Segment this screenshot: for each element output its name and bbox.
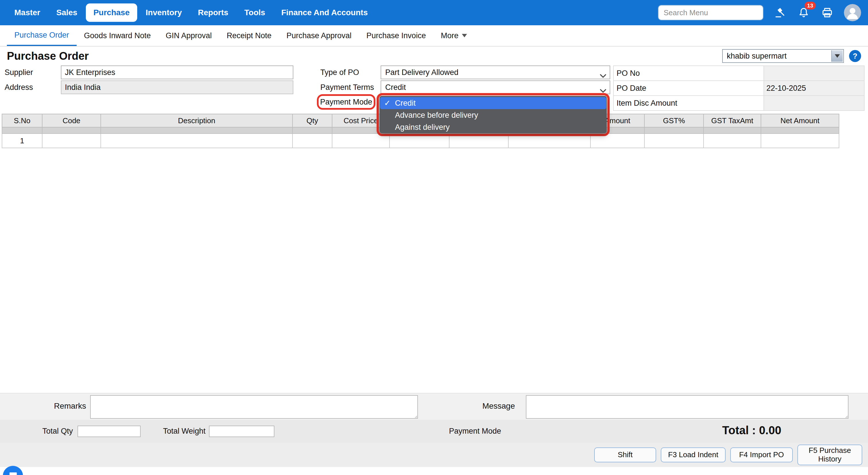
dropdown-option-advance-before-delivery[interactable]: Advance before delivery	[380, 109, 606, 121]
tab-more[interactable]: More	[433, 25, 475, 46]
col-header-code: Code	[42, 114, 101, 127]
col-header-qty: Qty	[292, 114, 332, 127]
supplier-label: Supplier	[5, 65, 33, 79]
payment-terms-label: Payment Terms	[320, 81, 374, 94]
totals-section: Total Qty Total Weight Payment Mode Tota…	[0, 420, 868, 443]
type-of-po-select[interactable]: Part Delivery Allowed	[381, 65, 610, 79]
navbar-right-group: 13	[658, 4, 861, 21]
f5-purchase-history-button[interactable]: F5 Purchase History	[797, 445, 862, 465]
address-input[interactable]	[61, 81, 293, 94]
nav-item-purchase[interactable]: Purchase	[86, 3, 137, 22]
payment-mode-label-annotated: Payment Mode	[317, 94, 375, 110]
payment-terms-select[interactable]: Credit	[381, 81, 610, 94]
total-weight-label: Total Weight	[155, 427, 206, 436]
notification-count-badge: 13	[805, 2, 816, 9]
total-qty-label: Total Qty	[34, 427, 73, 436]
message-textarea[interactable]	[526, 395, 848, 419]
f4-import-po-button[interactable]: F4 Import PO	[730, 447, 793, 463]
chevron-down-icon	[600, 71, 606, 80]
cell-gst-taxamt[interactable]	[704, 133, 761, 148]
address-label: Address	[5, 81, 33, 94]
type-of-po-value: Part Delivery Allowed	[385, 68, 458, 77]
help-button[interactable]: ?	[849, 50, 861, 62]
payment-mode-label: Payment Mode	[320, 98, 372, 107]
action-buttons-bar: Shift F3 Load Indent F4 Import PO F5 Pur…	[0, 443, 868, 467]
nav-item-master[interactable]: Master	[7, 3, 48, 22]
page-title: Purchase Order	[7, 50, 89, 62]
gavel-icon[interactable]	[773, 6, 787, 20]
message-label: Message	[459, 402, 515, 411]
cell-qty[interactable]	[292, 133, 332, 148]
nav-item-tools[interactable]: Tools	[237, 3, 273, 22]
f3-load-indent-button[interactable]: F3 Load Indent	[661, 447, 725, 463]
top-navbar: Master Sales Purchase Inventory Reports …	[0, 0, 868, 25]
print-icon[interactable]	[820, 6, 834, 20]
dropdown-option-label: Credit	[395, 99, 415, 108]
total-qty-input[interactable]	[78, 425, 141, 437]
user-avatar[interactable]	[844, 4, 861, 21]
cell-gst-pct[interactable]	[644, 133, 704, 148]
cell-net-amount[interactable]	[761, 133, 839, 148]
company-select-value: khabib supermart	[727, 52, 787, 61]
total-weight-input[interactable]	[209, 425, 274, 437]
col-header-gst-taxamt: GST TaxAmt	[704, 114, 761, 127]
notifications-bell-icon[interactable]: 13	[797, 6, 811, 20]
col-header-description: Description	[101, 114, 292, 127]
tab-purchase-order[interactable]: Purchase Order	[7, 25, 76, 46]
remarks-section: Remarks Message	[0, 393, 868, 420]
po-date-label: PO Date	[613, 81, 764, 96]
remarks-label: Remarks	[43, 402, 86, 411]
po-no-label: PO No	[613, 65, 764, 81]
po-date-row: PO Date 22-10-2025	[613, 81, 865, 96]
tab-gin-approval[interactable]: GIN Approval	[158, 25, 219, 46]
po-no-row: PO No	[613, 65, 865, 81]
tab-more-label: More	[441, 31, 459, 40]
tab-goods-inward-note[interactable]: Goods Inward Note	[76, 25, 158, 46]
check-icon: ✓	[384, 98, 392, 108]
type-of-po-label: Type of PO	[320, 65, 359, 79]
nav-item-inventory[interactable]: Inventory	[138, 3, 189, 22]
cell-sno[interactable]: 1	[2, 133, 42, 148]
dropdown-option-against-delivery[interactable]: Against delivery	[380, 121, 606, 133]
footer-payment-mode-label: Payment Mode	[442, 427, 508, 436]
chat-widget-button[interactable]	[3, 466, 23, 475]
nav-item-reports[interactable]: Reports	[191, 3, 236, 22]
item-disc-amount-label: Item Disc Amount	[613, 95, 764, 111]
nav-item-finance-and-accounts[interactable]: Finance And Accounts	[274, 3, 375, 22]
tab-receipt-note[interactable]: Receipt Note	[219, 25, 279, 46]
chat-bubble-icon	[8, 471, 18, 475]
item-disc-amount-value	[764, 95, 865, 111]
col-header-sno: S.No	[2, 114, 42, 127]
dropdown-option-credit[interactable]: ✓ Credit	[380, 97, 606, 109]
nav-item-sales[interactable]: Sales	[49, 3, 85, 22]
payment-mode-dropdown: ✓ Credit Advance before delivery Against…	[379, 96, 607, 133]
tab-purchase-invoice[interactable]: Purchase Invoice	[359, 25, 433, 46]
cell-description[interactable]	[101, 133, 292, 148]
po-no-value	[764, 65, 865, 81]
shift-button[interactable]: Shift	[594, 447, 656, 463]
item-disc-amount-row: Item Disc Amount	[613, 95, 865, 111]
tab-purchase-approval[interactable]: Purchase Approval	[279, 25, 359, 46]
search-input[interactable]	[658, 5, 764, 20]
payment-terms-value: Credit	[385, 83, 406, 92]
remarks-textarea[interactable]	[90, 395, 418, 419]
po-date-value: 22-10-2025	[764, 81, 865, 96]
company-select[interactable]: khabib supermart	[722, 49, 844, 63]
supplier-input[interactable]	[61, 65, 293, 79]
col-header-net-amount: Net Amount	[761, 114, 839, 127]
module-tabbar: Purchase Order Goods Inward Note GIN App…	[0, 25, 868, 47]
col-header-gst-pct: GST%	[644, 114, 704, 127]
grand-total-text: Total : 0.00	[722, 424, 781, 437]
payment-mode-dropdown-annotation: ✓ Credit Advance before delivery Against…	[377, 93, 610, 136]
page-header: Purchase Order khabib supermart ?	[0, 47, 868, 65]
chevron-down-icon	[462, 34, 467, 37]
company-select-arrow-icon[interactable]	[831, 50, 843, 62]
cell-code[interactable]	[42, 133, 101, 148]
